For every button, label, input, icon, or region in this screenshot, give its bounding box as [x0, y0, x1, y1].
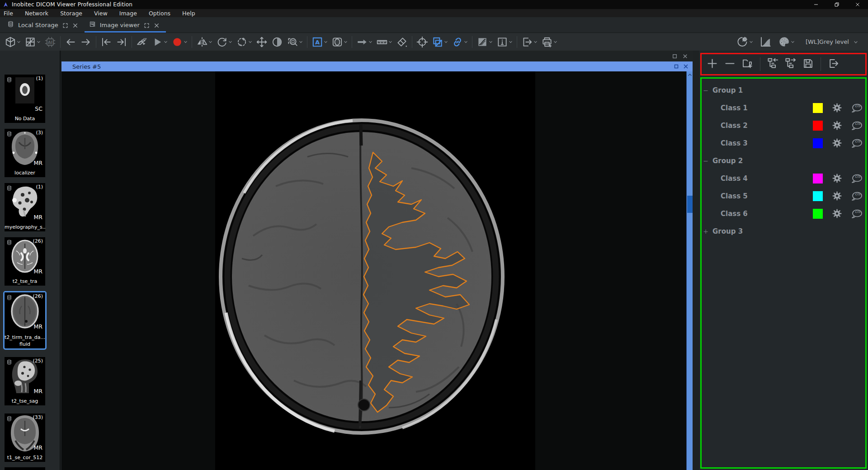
cine-button[interactable]: [135, 35, 149, 49]
series-thumbnail-t1-se-cor-512[interactable]: (33) MR t1_se_cor_512: [5, 414, 45, 462]
series-thumbnail-localizer[interactable]: (3) MR localizer: [5, 129, 45, 177]
magnify-region-button[interactable]: [286, 35, 304, 49]
gear-icon[interactable]: [832, 208, 842, 219]
class-row-class-2[interactable]: Class 2 cls: [702, 117, 865, 134]
add-group-button[interactable]: [741, 57, 754, 71]
undock-icon[interactable]: [62, 22, 68, 28]
group-row-3[interactable]: + Group 3: [702, 222, 865, 240]
close-button[interactable]: [847, 0, 868, 9]
group-row-1[interactable]: − Group 1: [702, 81, 865, 99]
flip-button[interactable]: [195, 35, 213, 49]
wl-settings-button[interactable]: [736, 35, 754, 49]
chevron-down-icon[interactable]: [344, 40, 348, 44]
previous-image-button[interactable]: [64, 35, 77, 49]
chevron-down-icon[interactable]: [533, 40, 538, 44]
chevron-down-icon[interactable]: [164, 40, 168, 44]
close-icon[interactable]: [72, 22, 78, 28]
series-thumbnail-no-data[interactable]: (1) SC No Data: [5, 75, 45, 123]
close-icon[interactable]: [154, 22, 160, 28]
cls-annotation-icon[interactable]: cls: [851, 208, 863, 220]
chevron-down-icon[interactable]: [208, 40, 212, 44]
minimize-button[interactable]: [806, 0, 826, 9]
series-thumbnail-myelography-s-[interactable]: (1) MR myelography_s...: [5, 183, 45, 231]
dicom-image-viewport[interactable]: [61, 71, 686, 470]
class-row-class-6[interactable]: Class 6 cls: [702, 205, 865, 222]
close-icon[interactable]: [682, 53, 688, 59]
cls-annotation-icon[interactable]: cls: [851, 102, 863, 114]
arrow-annotation-button[interactable]: [355, 35, 373, 49]
chevron-down-icon[interactable]: [37, 40, 41, 44]
add-class-button[interactable]: [706, 57, 718, 71]
pan-button[interactable]: [255, 35, 269, 49]
class-color-swatch[interactable]: [813, 103, 823, 113]
export-panel-button[interactable]: [827, 57, 840, 71]
window-level-preset[interactable]: [WL]Grey level: [806, 38, 849, 45]
ruler-button[interactable]: [375, 35, 393, 49]
class-color-swatch[interactable]: [813, 138, 823, 148]
chevron-down-icon[interactable]: [299, 40, 303, 44]
tab-local-storage[interactable]: Local Storage: [3, 17, 85, 33]
chevron-down-icon[interactable]: [324, 40, 328, 44]
menu-item-image[interactable]: Image: [119, 10, 137, 17]
first-image-button[interactable]: [99, 35, 113, 49]
cls-annotation-icon[interactable]: cls: [851, 137, 863, 149]
last-image-button[interactable]: [115, 35, 128, 49]
series-thumbnail-t2-tse-sag[interactable]: (25) MR t2_tse_sag: [5, 357, 45, 405]
menu-item-help[interactable]: Help: [182, 10, 195, 17]
chevron-down-icon[interactable]: [228, 40, 232, 44]
palette-button[interactable]: [777, 35, 796, 49]
volume-3d-button[interactable]: [4, 35, 22, 49]
chevron-down-icon[interactable]: [184, 40, 188, 44]
menu-item-storage[interactable]: Storage: [60, 10, 82, 17]
cls-annotation-icon[interactable]: cls: [851, 173, 863, 184]
chevron-down-icon[interactable]: [553, 40, 557, 44]
gradation-button[interactable]: [476, 35, 494, 49]
segmentation-button[interactable]: [431, 35, 449, 49]
chevron-down-icon[interactable]: [749, 40, 753, 44]
class-row-class-3[interactable]: Class 3 cls: [702, 134, 865, 152]
gear-icon[interactable]: [832, 103, 842, 113]
series-thumbnail-t2-tirm-tra-da-[interactable]: (26) MR t2_tirm_tra_da...fluid: [5, 292, 45, 348]
maximize-icon[interactable]: [672, 53, 678, 59]
close-icon[interactable]: [683, 64, 689, 69]
menu-item-network[interactable]: Network: [25, 10, 48, 17]
class-row-class-4[interactable]: Class 4 cls: [702, 169, 865, 187]
menu-item-view[interactable]: View: [94, 10, 108, 17]
gear-icon[interactable]: [832, 191, 842, 201]
chevron-down-icon[interactable]: [368, 40, 373, 44]
save-tree-button[interactable]: [802, 57, 814, 71]
gear-icon[interactable]: [832, 138, 842, 148]
cls-annotation-icon[interactable]: cls: [851, 190, 863, 202]
shutter-button[interactable]: [330, 35, 349, 49]
series-thumbnail-t2-tse-tra[interactable]: (26) MR t2_tse_tra: [5, 237, 45, 286]
histogram-button[interactable]: [759, 35, 773, 49]
class-row-class-5[interactable]: Class 5 cls: [702, 187, 865, 205]
chevron-down-icon[interactable]: [444, 40, 448, 44]
record-button[interactable]: [170, 35, 189, 49]
image-info-button[interactable]: [495, 35, 514, 49]
group-row-2[interactable]: − Group 2: [702, 152, 865, 169]
chevron-down-icon[interactable]: [791, 40, 795, 44]
slice-scrollbar[interactable]: [686, 71, 693, 470]
class-color-swatch[interactable]: [813, 191, 823, 201]
crosshair-button[interactable]: [415, 35, 429, 49]
scrollbar-thumb[interactable]: [687, 196, 693, 213]
print-button[interactable]: [540, 35, 558, 49]
class-color-swatch[interactable]: [813, 121, 823, 131]
play-button[interactable]: [151, 35, 169, 49]
undock-icon[interactable]: [144, 22, 150, 28]
class-row-class-1[interactable]: Class 1 cls: [702, 99, 865, 117]
chevron-down-icon[interactable]: [388, 40, 392, 44]
cls-annotation-icon[interactable]: cls: [851, 120, 863, 132]
series-thumbnail-partial[interactable]: [5, 467, 45, 470]
zoom-button[interactable]: [235, 35, 253, 49]
gear-icon[interactable]: [832, 173, 842, 183]
export-button[interactable]: [520, 35, 538, 49]
import-tree-button[interactable]: [767, 57, 779, 71]
chevron-down-icon[interactable]: [464, 40, 468, 44]
menu-item-options[interactable]: Options: [149, 10, 170, 17]
rotate-button[interactable]: [215, 35, 233, 49]
expand-toggle[interactable]: +: [703, 228, 709, 235]
restore-button[interactable]: [826, 0, 847, 9]
next-image-button[interactable]: [79, 35, 93, 49]
